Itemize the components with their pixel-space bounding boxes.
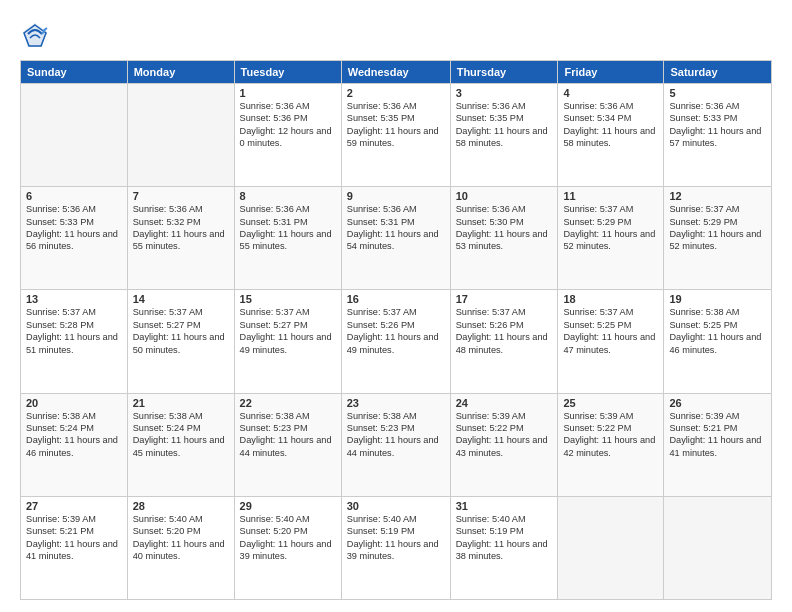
- calendar-header-row: SundayMondayTuesdayWednesdayThursdayFrid…: [21, 61, 772, 84]
- day-number: 8: [240, 190, 336, 202]
- day-number: 19: [669, 293, 766, 305]
- col-header-tuesday: Tuesday: [234, 61, 341, 84]
- cell-info: Sunrise: 5:37 AMSunset: 5:29 PMDaylight:…: [669, 203, 766, 253]
- calendar-cell: 22Sunrise: 5:38 AMSunset: 5:23 PMDayligh…: [234, 393, 341, 496]
- day-number: 4: [563, 87, 658, 99]
- calendar-cell: 25Sunrise: 5:39 AMSunset: 5:22 PMDayligh…: [558, 393, 664, 496]
- day-number: 21: [133, 397, 229, 409]
- cell-info: Sunrise: 5:37 AMSunset: 5:26 PMDaylight:…: [347, 306, 445, 356]
- logo: [20, 20, 54, 50]
- day-number: 7: [133, 190, 229, 202]
- day-number: 26: [669, 397, 766, 409]
- col-header-monday: Monday: [127, 61, 234, 84]
- day-number: 31: [456, 500, 553, 512]
- day-number: 10: [456, 190, 553, 202]
- calendar-week-2: 6Sunrise: 5:36 AMSunset: 5:33 PMDaylight…: [21, 187, 772, 290]
- calendar-cell: 5Sunrise: 5:36 AMSunset: 5:33 PMDaylight…: [664, 84, 772, 187]
- cell-info: Sunrise: 5:36 AMSunset: 5:32 PMDaylight:…: [133, 203, 229, 253]
- calendar-cell: [21, 84, 128, 187]
- calendar-cell: 11Sunrise: 5:37 AMSunset: 5:29 PMDayligh…: [558, 187, 664, 290]
- cell-info: Sunrise: 5:39 AMSunset: 5:22 PMDaylight:…: [456, 410, 553, 460]
- cell-info: Sunrise: 5:36 AMSunset: 5:35 PMDaylight:…: [456, 100, 553, 150]
- calendar-cell: 26Sunrise: 5:39 AMSunset: 5:21 PMDayligh…: [664, 393, 772, 496]
- calendar-cell: 3Sunrise: 5:36 AMSunset: 5:35 PMDaylight…: [450, 84, 558, 187]
- calendar-cell: 23Sunrise: 5:38 AMSunset: 5:23 PMDayligh…: [341, 393, 450, 496]
- cell-info: Sunrise: 5:40 AMSunset: 5:19 PMDaylight:…: [347, 513, 445, 563]
- day-number: 2: [347, 87, 445, 99]
- day-number: 29: [240, 500, 336, 512]
- cell-info: Sunrise: 5:39 AMSunset: 5:21 PMDaylight:…: [669, 410, 766, 460]
- cell-info: Sunrise: 5:38 AMSunset: 5:23 PMDaylight:…: [240, 410, 336, 460]
- day-number: 20: [26, 397, 122, 409]
- cell-info: Sunrise: 5:36 AMSunset: 5:31 PMDaylight:…: [240, 203, 336, 253]
- day-number: 24: [456, 397, 553, 409]
- cell-info: Sunrise: 5:37 AMSunset: 5:25 PMDaylight:…: [563, 306, 658, 356]
- col-header-wednesday: Wednesday: [341, 61, 450, 84]
- calendar-cell: 15Sunrise: 5:37 AMSunset: 5:27 PMDayligh…: [234, 290, 341, 393]
- calendar-cell: 12Sunrise: 5:37 AMSunset: 5:29 PMDayligh…: [664, 187, 772, 290]
- cell-info: Sunrise: 5:36 AMSunset: 5:36 PMDaylight:…: [240, 100, 336, 150]
- day-number: 17: [456, 293, 553, 305]
- cell-info: Sunrise: 5:38 AMSunset: 5:25 PMDaylight:…: [669, 306, 766, 356]
- calendar-cell: [558, 496, 664, 599]
- cell-info: Sunrise: 5:36 AMSunset: 5:30 PMDaylight:…: [456, 203, 553, 253]
- cell-info: Sunrise: 5:38 AMSunset: 5:24 PMDaylight:…: [26, 410, 122, 460]
- calendar-week-5: 27Sunrise: 5:39 AMSunset: 5:21 PMDayligh…: [21, 496, 772, 599]
- cell-info: Sunrise: 5:38 AMSunset: 5:23 PMDaylight:…: [347, 410, 445, 460]
- col-header-saturday: Saturday: [664, 61, 772, 84]
- logo-icon: [20, 20, 50, 50]
- page: SundayMondayTuesdayWednesdayThursdayFrid…: [0, 0, 792, 612]
- calendar-cell: 4Sunrise: 5:36 AMSunset: 5:34 PMDaylight…: [558, 84, 664, 187]
- day-number: 1: [240, 87, 336, 99]
- calendar-cell: 10Sunrise: 5:36 AMSunset: 5:30 PMDayligh…: [450, 187, 558, 290]
- calendar-cell: 2Sunrise: 5:36 AMSunset: 5:35 PMDaylight…: [341, 84, 450, 187]
- day-number: 23: [347, 397, 445, 409]
- cell-info: Sunrise: 5:39 AMSunset: 5:22 PMDaylight:…: [563, 410, 658, 460]
- day-number: 9: [347, 190, 445, 202]
- calendar-cell: 31Sunrise: 5:40 AMSunset: 5:19 PMDayligh…: [450, 496, 558, 599]
- day-number: 18: [563, 293, 658, 305]
- day-number: 6: [26, 190, 122, 202]
- day-number: 27: [26, 500, 122, 512]
- cell-info: Sunrise: 5:37 AMSunset: 5:27 PMDaylight:…: [240, 306, 336, 356]
- cell-info: Sunrise: 5:39 AMSunset: 5:21 PMDaylight:…: [26, 513, 122, 563]
- day-number: 5: [669, 87, 766, 99]
- day-number: 13: [26, 293, 122, 305]
- cell-info: Sunrise: 5:36 AMSunset: 5:31 PMDaylight:…: [347, 203, 445, 253]
- calendar-table: SundayMondayTuesdayWednesdayThursdayFrid…: [20, 60, 772, 600]
- day-number: 28: [133, 500, 229, 512]
- calendar-week-3: 13Sunrise: 5:37 AMSunset: 5:28 PMDayligh…: [21, 290, 772, 393]
- calendar-cell: 16Sunrise: 5:37 AMSunset: 5:26 PMDayligh…: [341, 290, 450, 393]
- cell-info: Sunrise: 5:38 AMSunset: 5:24 PMDaylight:…: [133, 410, 229, 460]
- cell-info: Sunrise: 5:37 AMSunset: 5:29 PMDaylight:…: [563, 203, 658, 253]
- calendar-week-4: 20Sunrise: 5:38 AMSunset: 5:24 PMDayligh…: [21, 393, 772, 496]
- calendar-cell: 28Sunrise: 5:40 AMSunset: 5:20 PMDayligh…: [127, 496, 234, 599]
- cell-info: Sunrise: 5:40 AMSunset: 5:20 PMDaylight:…: [133, 513, 229, 563]
- calendar-cell: 1Sunrise: 5:36 AMSunset: 5:36 PMDaylight…: [234, 84, 341, 187]
- cell-info: Sunrise: 5:36 AMSunset: 5:34 PMDaylight:…: [563, 100, 658, 150]
- day-number: 25: [563, 397, 658, 409]
- col-header-sunday: Sunday: [21, 61, 128, 84]
- calendar-cell: 14Sunrise: 5:37 AMSunset: 5:27 PMDayligh…: [127, 290, 234, 393]
- calendar-cell: 17Sunrise: 5:37 AMSunset: 5:26 PMDayligh…: [450, 290, 558, 393]
- calendar-cell: 30Sunrise: 5:40 AMSunset: 5:19 PMDayligh…: [341, 496, 450, 599]
- cell-info: Sunrise: 5:37 AMSunset: 5:28 PMDaylight:…: [26, 306, 122, 356]
- header: [20, 16, 772, 50]
- day-number: 14: [133, 293, 229, 305]
- day-number: 16: [347, 293, 445, 305]
- day-number: 3: [456, 87, 553, 99]
- cell-info: Sunrise: 5:36 AMSunset: 5:35 PMDaylight:…: [347, 100, 445, 150]
- calendar-cell: 19Sunrise: 5:38 AMSunset: 5:25 PMDayligh…: [664, 290, 772, 393]
- calendar-cell: 8Sunrise: 5:36 AMSunset: 5:31 PMDaylight…: [234, 187, 341, 290]
- calendar-cell: 7Sunrise: 5:36 AMSunset: 5:32 PMDaylight…: [127, 187, 234, 290]
- col-header-friday: Friday: [558, 61, 664, 84]
- cell-info: Sunrise: 5:37 AMSunset: 5:26 PMDaylight:…: [456, 306, 553, 356]
- day-number: 30: [347, 500, 445, 512]
- calendar-cell: 29Sunrise: 5:40 AMSunset: 5:20 PMDayligh…: [234, 496, 341, 599]
- cell-info: Sunrise: 5:40 AMSunset: 5:20 PMDaylight:…: [240, 513, 336, 563]
- calendar-cell: 18Sunrise: 5:37 AMSunset: 5:25 PMDayligh…: [558, 290, 664, 393]
- calendar-cell: [127, 84, 234, 187]
- cell-info: Sunrise: 5:40 AMSunset: 5:19 PMDaylight:…: [456, 513, 553, 563]
- calendar-cell: 6Sunrise: 5:36 AMSunset: 5:33 PMDaylight…: [21, 187, 128, 290]
- calendar-cell: 24Sunrise: 5:39 AMSunset: 5:22 PMDayligh…: [450, 393, 558, 496]
